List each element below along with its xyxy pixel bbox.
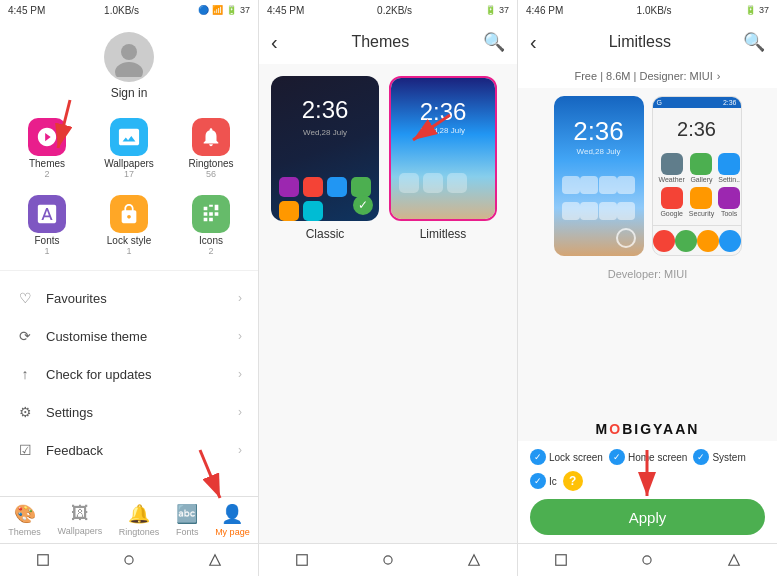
- profile-section: Sign in: [0, 20, 258, 108]
- menu-item-favourites[interactable]: ♡ Favourites ›: [0, 279, 258, 317]
- apply-section: ✓ Lock screen ✓ Home screen ✓ System ✓ I…: [518, 441, 777, 543]
- menu-item-feedback[interactable]: ☑ Feedback ›: [0, 431, 258, 469]
- panel-main-menu: 4:45 PM 1.0KB/s 🔵 📶 🔋 37 Sign in Themes …: [0, 0, 259, 576]
- chevron-right-icon: ›: [238, 367, 242, 381]
- grid-item-wallpapers[interactable]: Wallpapers 17: [90, 112, 168, 185]
- svg-marker-7: [469, 555, 480, 566]
- nav-fonts-icon: 🔤: [176, 503, 198, 525]
- fonts-label: Fonts: [34, 235, 59, 246]
- nav-themes[interactable]: 🎨 Themes: [8, 503, 41, 537]
- avatar[interactable]: [104, 32, 154, 82]
- system-checkbox-label: System: [712, 452, 745, 463]
- ringtones-label: Ringtones: [188, 158, 233, 169]
- limitless-title: Limitless: [609, 33, 671, 51]
- checkboxes-row: ✓ Lock screen ✓ Home screen ✓ System ✓ I…: [530, 449, 765, 491]
- home-button-p2[interactable]: [380, 552, 396, 568]
- update-icon: ↑: [16, 365, 34, 383]
- status-signal-p3: 1.0KB/s: [637, 5, 672, 16]
- grid-icons: Themes 2 Wallpapers 17 Ringtones 56 Font…: [0, 108, 258, 266]
- panel-themes: 4:45 PM 0.2KB/s 🔋 37 ‹ Themes 🔍 2:36 Wed…: [259, 0, 518, 576]
- help-icon[interactable]: ?: [563, 471, 583, 491]
- status-time-p1: 4:45 PM: [8, 5, 45, 16]
- feedback-label: Feedback: [46, 443, 103, 458]
- recents-button[interactable]: [207, 552, 223, 568]
- nav-ringtones[interactable]: 🔔 Ringtones: [119, 503, 160, 537]
- svg-marker-4: [210, 555, 221, 566]
- preview-home-time: 2:36: [653, 118, 741, 141]
- nav-ringtones-icon: 🔔: [128, 503, 150, 525]
- sign-in-label[interactable]: Sign in: [111, 86, 148, 100]
- grid-item-icons[interactable]: Icons 2: [172, 189, 250, 262]
- nav-themes-label: Themes: [8, 527, 41, 537]
- android-nav-p1: [0, 543, 258, 576]
- check-ic-icon: ✓: [530, 473, 546, 489]
- feedback-icon: ☑: [16, 441, 34, 459]
- checkbox-homescreen[interactable]: ✓ Home screen: [609, 449, 687, 465]
- lockscreen-checkbox-label: Lock screen: [549, 452, 603, 463]
- themes-header: ‹ Themes 🔍: [259, 20, 517, 64]
- ringtones-icon-box: [192, 118, 230, 156]
- theme-card-limitless[interactable]: 2:36 Wed,28 July Limitless: [389, 76, 497, 304]
- home-button[interactable]: [121, 552, 137, 568]
- divider-1: [0, 270, 258, 271]
- theme-card-classic[interactable]: 2:36 Wed,28 July ✓ Classic: [271, 76, 379, 304]
- preview-lock-date: Wed,28 July: [554, 147, 644, 156]
- search-icon-p2[interactable]: 🔍: [483, 31, 505, 53]
- back-button-p2[interactable]: [294, 552, 310, 568]
- check-homescreen-icon: ✓: [609, 449, 625, 465]
- svg-rect-2: [38, 555, 49, 566]
- grid-item-lockstyle[interactable]: Lock style 1: [90, 189, 168, 262]
- grid-item-ringtones[interactable]: Ringtones 56: [172, 112, 250, 185]
- chevron-right-icon: ›: [238, 329, 242, 343]
- back-button[interactable]: [35, 552, 51, 568]
- recents-button-p2[interactable]: [466, 552, 482, 568]
- search-icon-p3[interactable]: 🔍: [743, 31, 765, 53]
- checkbox-ic[interactable]: ✓ Ic: [530, 473, 557, 489]
- svg-rect-8: [556, 555, 567, 566]
- android-nav-p2: [259, 543, 517, 576]
- checkbox-lockscreen[interactable]: ✓ Lock screen: [530, 449, 603, 465]
- check-lockscreen-icon: ✓: [530, 449, 546, 465]
- selected-check-icon: ✓: [353, 195, 373, 215]
- android-nav-p3: [518, 543, 777, 576]
- customise-label: Customise theme: [46, 329, 147, 344]
- svg-rect-5: [297, 555, 308, 566]
- menu-item-updates[interactable]: ↑ Check for updates ›: [0, 355, 258, 393]
- chevron-right-icon: ›: [238, 443, 242, 457]
- apply-button[interactable]: Apply: [530, 499, 765, 535]
- back-icon-p3[interactable]: ‹: [530, 31, 537, 54]
- nav-mypage-label: My page: [215, 527, 250, 537]
- nav-wallpapers-label: Wallpapers: [57, 526, 102, 536]
- lockstyle-icon-box: [110, 195, 148, 233]
- panel-limitless-detail: 4:46 PM 1.0KB/s 🔋 37 ‹ Limitless 🔍 Free …: [518, 0, 777, 576]
- theme-info-text: Free | 8.6M | Designer: MIUI: [574, 70, 712, 82]
- customise-icon: ⟳: [16, 327, 34, 345]
- wallpapers-label: Wallpapers: [104, 158, 154, 169]
- grid-item-fonts[interactable]: Fonts 1: [8, 189, 86, 262]
- nav-ringtones-label: Ringtones: [119, 527, 160, 537]
- homescreen-checkbox-label: Home screen: [628, 452, 687, 463]
- back-icon-p2[interactable]: ‹: [271, 31, 278, 54]
- back-button-p3[interactable]: [553, 552, 569, 568]
- grid-item-themes[interactable]: Themes 2: [8, 112, 86, 185]
- checkbox-system[interactable]: ✓ System: [693, 449, 745, 465]
- recents-button-p3[interactable]: [726, 552, 742, 568]
- icons-label: Icons: [199, 235, 223, 246]
- nav-mypage-icon: 👤: [221, 503, 243, 525]
- wallpapers-icon-box: [110, 118, 148, 156]
- nav-wallpapers[interactable]: 🖼 Wallpapers: [57, 503, 102, 537]
- home-button-p3[interactable]: [639, 552, 655, 568]
- menu-item-settings[interactable]: ⚙ Settings ›: [0, 393, 258, 431]
- status-signal-p2: 0.2KB/s: [377, 5, 412, 16]
- menu-item-customise[interactable]: ⟳ Customise theme ›: [0, 317, 258, 355]
- nav-themes-icon: 🎨: [14, 503, 36, 525]
- nav-fonts[interactable]: 🔤 Fonts: [176, 503, 199, 537]
- watermark-text: MOBIGYAAN: [596, 421, 700, 437]
- nav-mypage[interactable]: 👤 My page: [215, 503, 250, 537]
- bottom-nav: 🎨 Themes 🖼 Wallpapers 🔔 Ringtones 🔤 Font…: [0, 496, 258, 543]
- settings-label: Settings: [46, 405, 93, 420]
- nav-wallpapers-icon: 🖼: [71, 503, 89, 524]
- updates-label: Check for updates: [46, 367, 152, 382]
- preview-homescreen: G 2:36 2:36 Weather Gallery Settin..: [652, 96, 742, 256]
- preview-lockscreen: 2:36 Wed,28 July: [554, 96, 644, 256]
